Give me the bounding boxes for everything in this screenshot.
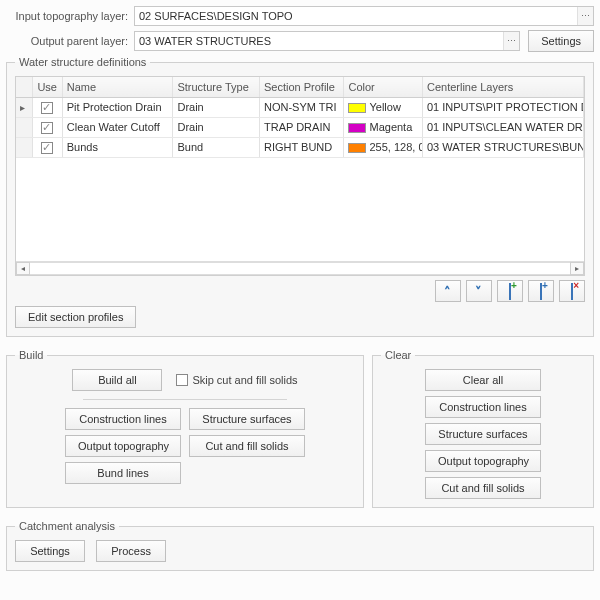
move-down-button[interactable]: ˅ bbox=[466, 280, 492, 302]
clear-construction-lines-button[interactable]: Construction lines bbox=[425, 396, 541, 418]
cell-color[interactable]: Magenta bbox=[344, 117, 422, 137]
row-indicator: ▸ bbox=[16, 98, 32, 118]
chevron-up-icon: ˄ bbox=[444, 284, 451, 299]
cell-type[interactable]: Drain bbox=[173, 117, 260, 137]
clear-output-topography-button[interactable]: Output topography bbox=[425, 450, 541, 472]
divider bbox=[83, 399, 287, 400]
definitions-group: Water structure definitions Use Name Str… bbox=[6, 56, 594, 337]
build-all-button[interactable]: Build all bbox=[72, 369, 162, 391]
col-centerline[interactable]: Centerline Layers bbox=[422, 77, 583, 97]
scroll-track[interactable] bbox=[30, 262, 570, 275]
cell-color[interactable]: Yellow bbox=[344, 98, 422, 118]
checkbox-icon bbox=[41, 102, 53, 114]
cell-name[interactable]: Pit Protection Drain bbox=[62, 98, 173, 118]
edit-section-profiles-button[interactable]: Edit section profiles bbox=[15, 306, 136, 328]
catchment-legend: Catchment analysis bbox=[15, 520, 119, 532]
cell-type[interactable]: Bund bbox=[173, 137, 260, 157]
catchment-process-button[interactable]: Process bbox=[96, 540, 166, 562]
color-swatch-icon bbox=[348, 123, 366, 133]
cell-centerline[interactable]: 01 INPUTS\PIT PROTECTION DRAIN bbox=[422, 98, 583, 118]
scroll-right-icon[interactable]: ▸ bbox=[570, 262, 584, 275]
table-add-icon: + bbox=[509, 284, 511, 299]
move-up-button[interactable]: ˄ bbox=[435, 280, 461, 302]
cell-type[interactable]: Drain bbox=[173, 98, 260, 118]
checkbox-empty-icon bbox=[176, 374, 188, 386]
output-parent-label: Output parent layer: bbox=[6, 35, 134, 47]
cell-use[interactable] bbox=[32, 137, 62, 157]
row-indicator bbox=[16, 117, 32, 137]
col-name[interactable]: Name bbox=[62, 77, 173, 97]
build-cut-and-fill-button[interactable]: Cut and fill solids bbox=[189, 435, 305, 457]
cell-color[interactable]: 255, 128, 0 bbox=[344, 137, 422, 157]
cell-centerline[interactable]: 01 INPUTS\CLEAN WATER DRAIN bbox=[422, 117, 583, 137]
input-topography-combo[interactable]: ⋯ bbox=[134, 6, 594, 26]
table-row[interactable]: ▸ Pit Protection Drain Drain NON-SYM TRI… bbox=[16, 98, 584, 118]
cell-use[interactable] bbox=[32, 98, 62, 118]
clear-legend: Clear bbox=[381, 349, 415, 361]
col-use[interactable]: Use bbox=[32, 77, 62, 97]
definitions-legend: Water structure definitions bbox=[15, 56, 150, 68]
color-name: Yellow bbox=[369, 101, 400, 113]
skip-cut-fill-checkbox[interactable]: Skip cut and fill solids bbox=[176, 374, 297, 386]
build-bund-lines-button[interactable]: Bund lines bbox=[65, 462, 181, 484]
cell-centerline[interactable]: 03 WATER STRUCTURES\BUND LINES bbox=[422, 137, 583, 157]
color-name: Magenta bbox=[369, 121, 412, 133]
add-row-button[interactable]: + bbox=[497, 280, 523, 302]
col-color[interactable]: Color bbox=[344, 77, 422, 97]
build-legend: Build bbox=[15, 349, 47, 361]
table-insert-icon: + bbox=[540, 284, 542, 299]
grid-horizontal-scrollbar[interactable]: ◂ ▸ bbox=[16, 261, 584, 275]
skip-cut-fill-label: Skip cut and fill solids bbox=[192, 374, 297, 386]
output-parent-browse[interactable]: ⋯ bbox=[503, 32, 519, 50]
build-group: Build Build all Skip cut and fill solids… bbox=[6, 349, 364, 508]
output-parent-field[interactable] bbox=[134, 31, 520, 51]
clear-structure-surfaces-button[interactable]: Structure surfaces bbox=[425, 423, 541, 445]
output-parent-combo[interactable]: ⋯ bbox=[134, 31, 520, 51]
cell-name[interactable]: Clean Water Cutoff bbox=[62, 117, 173, 137]
grid-corner bbox=[16, 77, 32, 97]
build-construction-lines-button[interactable]: Construction lines bbox=[65, 408, 181, 430]
build-output-topography-button[interactable]: Output topography bbox=[65, 435, 181, 457]
cell-section[interactable]: RIGHT BUND bbox=[259, 137, 344, 157]
table-delete-icon: × bbox=[571, 284, 573, 299]
clear-group: Clear Clear all Construction lines Struc… bbox=[372, 349, 594, 508]
row-indicator bbox=[16, 137, 32, 157]
checkbox-icon bbox=[41, 122, 53, 134]
clear-cut-and-fill-button[interactable]: Cut and fill solids bbox=[425, 477, 541, 499]
input-topography-field[interactable] bbox=[134, 6, 594, 26]
color-swatch-icon bbox=[348, 103, 366, 113]
col-structure-type[interactable]: Structure Type bbox=[173, 77, 260, 97]
catchment-settings-button[interactable]: Settings bbox=[15, 540, 85, 562]
scroll-left-icon[interactable]: ◂ bbox=[16, 262, 30, 275]
col-section-profile[interactable]: Section Profile bbox=[259, 77, 344, 97]
cell-section[interactable]: NON-SYM TRI bbox=[259, 98, 344, 118]
definitions-grid[interactable]: Use Name Structure Type Section Profile … bbox=[15, 76, 585, 276]
input-topography-label: Input topography layer: bbox=[6, 10, 134, 22]
clear-all-button[interactable]: Clear all bbox=[425, 369, 541, 391]
cell-section[interactable]: TRAP DRAIN bbox=[259, 117, 344, 137]
build-structure-surfaces-button[interactable]: Structure surfaces bbox=[189, 408, 305, 430]
color-name: 255, 128, 0 bbox=[369, 141, 422, 153]
input-topography-browse[interactable]: ⋯ bbox=[577, 7, 593, 25]
insert-row-button[interactable]: + bbox=[528, 280, 554, 302]
chevron-down-icon: ˅ bbox=[475, 284, 482, 299]
catchment-group: Catchment analysis Settings Process bbox=[6, 520, 594, 571]
cell-use[interactable] bbox=[32, 117, 62, 137]
settings-button[interactable]: Settings bbox=[528, 30, 594, 52]
color-swatch-icon bbox=[348, 143, 366, 153]
table-row[interactable]: Clean Water Cutoff Drain TRAP DRAIN Mage… bbox=[16, 117, 584, 137]
table-row[interactable]: Bunds Bund RIGHT BUND 255, 128, 0 03 WAT… bbox=[16, 137, 584, 157]
cell-name[interactable]: Bunds bbox=[62, 137, 173, 157]
checkbox-icon bbox=[41, 142, 53, 154]
delete-row-button[interactable]: × bbox=[559, 280, 585, 302]
